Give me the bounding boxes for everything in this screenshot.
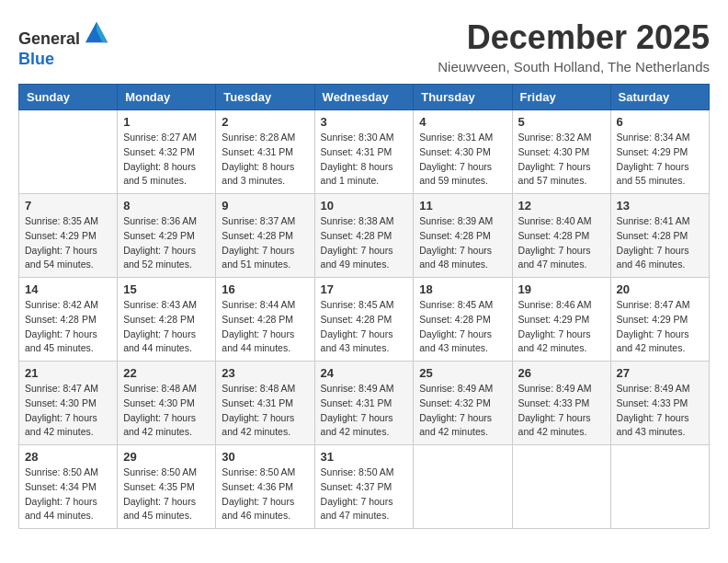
day-number: 3: [321, 115, 408, 129]
day-number: 12: [518, 199, 605, 213]
logo-general-text: General: [18, 29, 80, 48]
calendar-cell: [512, 445, 610, 529]
day-number: 22: [123, 366, 210, 380]
logo-blue-text: Blue: [18, 50, 54, 68]
logo-icon: [84, 18, 109, 44]
calendar-cell: 16Sunrise: 8:44 AM Sunset: 4:28 PM Dayli…: [216, 278, 314, 362]
calendar-cell: 11Sunrise: 8:39 AM Sunset: 4:28 PM Dayli…: [414, 194, 512, 278]
title-block: December 2025 Nieuwveen, South Holland, …: [438, 18, 710, 75]
day-info: Sunrise: 8:36 AM Sunset: 4:29 PM Dayligh…: [123, 214, 210, 272]
calendar-cell: 1Sunrise: 8:27 AM Sunset: 4:32 PM Daylig…: [118, 110, 216, 194]
weekday-header-tuesday: Tuesday: [216, 85, 314, 110]
day-info: Sunrise: 8:49 AM Sunset: 4:33 PM Dayligh…: [617, 382, 703, 440]
calendar-cell: 23Sunrise: 8:48 AM Sunset: 4:31 PM Dayli…: [216, 362, 314, 445]
day-info: Sunrise: 8:38 AM Sunset: 4:28 PM Dayligh…: [321, 214, 408, 272]
logo: General Blue: [18, 18, 109, 69]
calendar-cell: 20Sunrise: 8:47 AM Sunset: 4:29 PM Dayli…: [610, 278, 709, 362]
calendar-cell: 28Sunrise: 8:50 AM Sunset: 4:34 PM Dayli…: [19, 445, 118, 529]
calendar-cell: 17Sunrise: 8:45 AM Sunset: 4:28 PM Dayli…: [314, 278, 414, 362]
day-info: Sunrise: 8:32 AM Sunset: 4:30 PM Dayligh…: [518, 131, 605, 189]
day-number: 16: [222, 282, 308, 296]
weekday-header-monday: Monday: [118, 85, 216, 110]
calendar-cell: [610, 445, 709, 529]
day-number: 18: [419, 282, 506, 296]
day-info: Sunrise: 8:39 AM Sunset: 4:28 PM Dayligh…: [419, 214, 506, 272]
calendar-cell: [414, 445, 512, 529]
calendar-cell: 13Sunrise: 8:41 AM Sunset: 4:28 PM Dayli…: [610, 194, 709, 278]
month-title: December 2025: [438, 18, 710, 57]
day-number: 27: [617, 366, 703, 380]
day-number: 23: [222, 366, 308, 380]
calendar-cell: 15Sunrise: 8:43 AM Sunset: 4:28 PM Dayli…: [118, 278, 216, 362]
calendar-week-row: 21Sunrise: 8:47 AM Sunset: 4:30 PM Dayli…: [19, 362, 710, 445]
weekday-header-saturday: Saturday: [610, 85, 709, 110]
day-info: Sunrise: 8:35 AM Sunset: 4:29 PM Dayligh…: [25, 214, 111, 272]
calendar-cell: 21Sunrise: 8:47 AM Sunset: 4:30 PM Dayli…: [19, 362, 118, 445]
weekday-header-wednesday: Wednesday: [314, 85, 414, 110]
day-info: Sunrise: 8:37 AM Sunset: 4:28 PM Dayligh…: [222, 214, 308, 272]
calendar-cell: 22Sunrise: 8:48 AM Sunset: 4:30 PM Dayli…: [118, 362, 216, 445]
day-number: 28: [25, 450, 111, 464]
calendar-week-row: 14Sunrise: 8:42 AM Sunset: 4:28 PM Dayli…: [19, 278, 710, 362]
calendar-cell: 7Sunrise: 8:35 AM Sunset: 4:29 PM Daylig…: [19, 194, 118, 278]
calendar-cell: 27Sunrise: 8:49 AM Sunset: 4:33 PM Dayli…: [610, 362, 709, 445]
calendar-cell: 5Sunrise: 8:32 AM Sunset: 4:30 PM Daylig…: [512, 110, 610, 194]
day-info: Sunrise: 8:45 AM Sunset: 4:28 PM Dayligh…: [419, 298, 506, 356]
day-number: 5: [518, 115, 605, 129]
weekday-header-thursday: Thursday: [414, 85, 512, 110]
day-number: 13: [617, 199, 703, 213]
day-info: Sunrise: 8:47 AM Sunset: 4:29 PM Dayligh…: [617, 298, 703, 356]
day-number: 4: [419, 115, 506, 129]
day-number: 31: [321, 450, 408, 464]
calendar-cell: 2Sunrise: 8:28 AM Sunset: 4:31 PM Daylig…: [216, 110, 314, 194]
day-number: 14: [25, 282, 111, 296]
calendar-cell: 29Sunrise: 8:50 AM Sunset: 4:35 PM Dayli…: [118, 445, 216, 529]
day-info: Sunrise: 8:40 AM Sunset: 4:28 PM Dayligh…: [518, 214, 605, 272]
day-number: 19: [518, 282, 605, 296]
day-number: 2: [222, 115, 308, 129]
day-info: Sunrise: 8:47 AM Sunset: 4:30 PM Dayligh…: [25, 382, 111, 440]
day-info: Sunrise: 8:46 AM Sunset: 4:29 PM Dayligh…: [518, 298, 605, 356]
day-info: Sunrise: 8:43 AM Sunset: 4:28 PM Dayligh…: [123, 298, 210, 356]
page-header: General Blue December 2025 Nieuwveen, So…: [18, 18, 710, 75]
day-number: 25: [419, 366, 506, 380]
calendar-cell: 19Sunrise: 8:46 AM Sunset: 4:29 PM Dayli…: [512, 278, 610, 362]
day-number: 15: [123, 282, 210, 296]
location-text: Nieuwveen, South Holland, The Netherland…: [438, 59, 710, 75]
calendar-cell: 6Sunrise: 8:34 AM Sunset: 4:29 PM Daylig…: [610, 110, 709, 194]
calendar-cell: 8Sunrise: 8:36 AM Sunset: 4:29 PM Daylig…: [118, 194, 216, 278]
day-info: Sunrise: 8:44 AM Sunset: 4:28 PM Dayligh…: [222, 298, 308, 356]
day-number: 11: [419, 199, 506, 213]
calendar-cell: [19, 110, 118, 194]
calendar-cell: 31Sunrise: 8:50 AM Sunset: 4:37 PM Dayli…: [314, 445, 414, 529]
day-info: Sunrise: 8:50 AM Sunset: 4:35 PM Dayligh…: [123, 465, 210, 523]
calendar-week-row: 1Sunrise: 8:27 AM Sunset: 4:32 PM Daylig…: [19, 110, 710, 194]
day-info: Sunrise: 8:49 AM Sunset: 4:33 PM Dayligh…: [518, 382, 605, 440]
day-info: Sunrise: 8:27 AM Sunset: 4:32 PM Dayligh…: [123, 131, 210, 189]
calendar-cell: 3Sunrise: 8:30 AM Sunset: 4:31 PM Daylig…: [314, 110, 414, 194]
day-number: 6: [617, 115, 703, 129]
day-number: 20: [617, 282, 703, 296]
day-info: Sunrise: 8:28 AM Sunset: 4:31 PM Dayligh…: [222, 131, 308, 189]
day-number: 9: [222, 199, 308, 213]
day-info: Sunrise: 8:48 AM Sunset: 4:31 PM Dayligh…: [222, 382, 308, 440]
day-info: Sunrise: 8:48 AM Sunset: 4:30 PM Dayligh…: [123, 382, 210, 440]
day-number: 7: [25, 199, 111, 213]
day-number: 30: [222, 450, 308, 464]
day-info: Sunrise: 8:45 AM Sunset: 4:28 PM Dayligh…: [321, 298, 408, 356]
day-info: Sunrise: 8:34 AM Sunset: 4:29 PM Dayligh…: [617, 131, 703, 189]
calendar-cell: 24Sunrise: 8:49 AM Sunset: 4:31 PM Dayli…: [314, 362, 414, 445]
day-number: 26: [518, 366, 605, 380]
day-info: Sunrise: 8:49 AM Sunset: 4:32 PM Dayligh…: [419, 382, 506, 440]
weekday-header-sunday: Sunday: [19, 85, 118, 110]
day-number: 21: [25, 366, 111, 380]
calendar-cell: 18Sunrise: 8:45 AM Sunset: 4:28 PM Dayli…: [414, 278, 512, 362]
day-info: Sunrise: 8:50 AM Sunset: 4:37 PM Dayligh…: [321, 465, 408, 523]
calendar-week-row: 28Sunrise: 8:50 AM Sunset: 4:34 PM Dayli…: [19, 445, 710, 529]
calendar-cell: 14Sunrise: 8:42 AM Sunset: 4:28 PM Dayli…: [19, 278, 118, 362]
calendar-table: SundayMondayTuesdayWednesdayThursdayFrid…: [18, 84, 710, 529]
day-info: Sunrise: 8:49 AM Sunset: 4:31 PM Dayligh…: [321, 382, 408, 440]
calendar-cell: 12Sunrise: 8:40 AM Sunset: 4:28 PM Dayli…: [512, 194, 610, 278]
day-info: Sunrise: 8:31 AM Sunset: 4:30 PM Dayligh…: [419, 131, 506, 189]
calendar-cell: 10Sunrise: 8:38 AM Sunset: 4:28 PM Dayli…: [314, 194, 414, 278]
